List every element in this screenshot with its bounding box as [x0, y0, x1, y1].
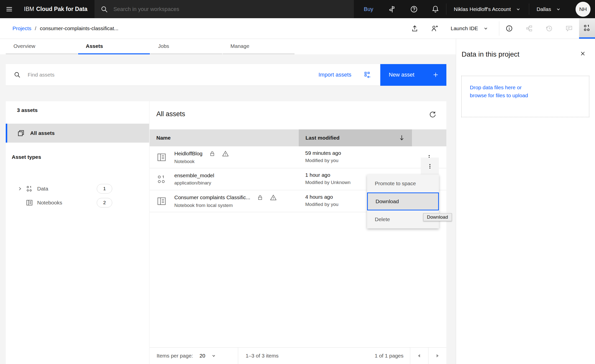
- column-header-actions: [412, 129, 446, 146]
- page-count-label: 1 of 1 pages: [375, 353, 403, 359]
- drop-zone-text-line2: browse for files to upload: [470, 91, 589, 99]
- chevron-right-icon[interactable]: [17, 185, 25, 192]
- tab-overview[interactable]: Overview: [6, 39, 78, 54]
- add-user-icon: [431, 24, 439, 32]
- region-menu[interactable]: Dallas: [529, 0, 569, 18]
- asset-name-cell: HeidloffBlog Notebook: [150, 146, 299, 168]
- help-button[interactable]: [403, 0, 425, 18]
- asset-name-link[interactable]: HeidloffBlog: [174, 151, 202, 157]
- info-icon: [505, 24, 513, 32]
- data-count-badge: 1: [97, 184, 112, 193]
- find-assets-input[interactable]: [28, 72, 318, 78]
- search-icon: [13, 71, 21, 79]
- row-overflow-menu-button-active[interactable]: [421, 158, 439, 175]
- import-assets-icon: [363, 71, 371, 79]
- global-search-input[interactable]: [113, 6, 263, 12]
- column-header-name[interactable]: Name: [150, 129, 299, 146]
- avatar[interactable]: NH: [576, 2, 591, 17]
- find-assets-bar: Import assets New asset: [6, 64, 446, 86]
- chevron-down-icon: [211, 353, 217, 359]
- new-asset-label: New asset: [389, 72, 414, 78]
- product-brand[interactable]: IBM Cloud Pak for Data: [18, 0, 95, 18]
- page-size-select[interactable]: 20: [199, 353, 217, 359]
- breadcrumb: Projects / consumer-complaints-classific…: [0, 18, 118, 39]
- close-icon[interactable]: [579, 50, 587, 57]
- sort-descending-icon: [398, 134, 405, 142]
- items-per-page: Items per page: 20: [150, 348, 238, 364]
- import-assets-button[interactable]: Import assets: [318, 71, 371, 79]
- data-icon: [26, 185, 33, 192]
- sidebar-notebooks-label: Notebooks: [37, 200, 62, 206]
- asset-name-link[interactable]: ensemble_model: [174, 173, 214, 179]
- brand-prefix: IBM: [24, 6, 34, 12]
- caret-left-icon: [416, 353, 422, 359]
- comments-button[interactable]: [559, 18, 579, 39]
- upload-icon: [411, 24, 419, 32]
- breadcrumb-projects-link[interactable]: Projects: [12, 25, 31, 31]
- hamburger-icon: [5, 5, 13, 13]
- previous-page-button[interactable]: [410, 348, 428, 364]
- chat-icon: [565, 24, 573, 32]
- app-root: IBM Cloud Pak for Data Buy: [0, 0, 595, 364]
- upload-button[interactable]: [405, 18, 425, 39]
- breadcrumb-separator: /: [35, 25, 36, 31]
- brand-name: Cloud Pak for Data: [36, 6, 88, 12]
- next-page-button[interactable]: [428, 348, 446, 364]
- tab-jobs[interactable]: Jobs: [150, 39, 222, 54]
- asset-types-heading: Asset types: [12, 154, 41, 160]
- project-tabs: Overview Assets Jobs Manage: [0, 39, 456, 54]
- sidebar-data-label: Data: [37, 186, 48, 192]
- last-modified-cell: 59 minutes ago Modified by you: [299, 146, 412, 168]
- tab-assets[interactable]: Assets: [78, 39, 150, 54]
- asset-name-cell: Consumer complaints Classific... Noteboo…: [150, 190, 299, 212]
- notebook-icon: [156, 196, 167, 206]
- overflow-menu-icon: [426, 162, 434, 170]
- global-search: [95, 0, 354, 18]
- warning-icon: [222, 150, 229, 157]
- history-button[interactable]: [539, 18, 559, 39]
- data-icon: [156, 174, 167, 184]
- menu-item-download[interactable]: Download: [367, 192, 439, 210]
- refresh-button[interactable]: [428, 111, 436, 119]
- menu-item-promote-to-space[interactable]: Promote to space: [367, 175, 439, 192]
- plus-icon: [432, 71, 439, 79]
- modified-by: Modified by you: [305, 158, 412, 163]
- items-per-page-label: Items per page:: [157, 353, 193, 359]
- modified-time: 59 minutes ago: [305, 150, 412, 156]
- pagination-status: 1–3 of 3 items 1 of 1 pages: [238, 348, 410, 364]
- wayfinder-button[interactable]: [382, 0, 403, 18]
- sidebar-item-all-assets[interactable]: All assets: [6, 124, 149, 143]
- asset-name-link[interactable]: Consumer complaints Classific...: [174, 194, 250, 200]
- lock-icon: [257, 194, 263, 201]
- tab-manage[interactable]: Manage: [223, 39, 295, 54]
- table-title: All assets: [156, 110, 185, 118]
- add-collaborator-button[interactable]: [425, 18, 445, 39]
- data-panel-toggle-button[interactable]: [579, 18, 595, 39]
- breadcrumb-current: consumer-complaints-classificat...: [40, 25, 118, 31]
- project-actions: Launch IDE: [405, 18, 595, 39]
- notifications-button[interactable]: [425, 0, 446, 18]
- sidebar-item-data[interactable]: Data 1: [6, 182, 149, 196]
- asset-subtitle: Notebook: [174, 159, 229, 164]
- pipeline-icon: [525, 24, 533, 32]
- pipeline-button[interactable]: [519, 18, 539, 39]
- project-info-button[interactable]: [499, 18, 519, 39]
- asset-subtitle: application/binary: [174, 180, 214, 186]
- download-tooltip: Download: [423, 213, 452, 221]
- item-range-label: 1–3 of 3 items: [246, 353, 279, 359]
- sidebar-item-notebooks[interactable]: Notebooks 2: [6, 196, 149, 210]
- launch-ide-label: Launch IDE: [451, 25, 478, 31]
- buy-link[interactable]: Buy: [354, 0, 382, 18]
- notebooks-count-badge: 2: [97, 198, 112, 207]
- table-row[interactable]: HeidloffBlog Notebook: [150, 146, 446, 168]
- file-drop-zone[interactable]: Drop data files here or browse for files…: [461, 76, 589, 117]
- launch-ide-button[interactable]: Launch IDE: [445, 18, 499, 39]
- new-asset-button[interactable]: New asset: [380, 64, 446, 86]
- last-modified-label: Last modified: [305, 135, 340, 141]
- all-assets-label: All assets: [30, 130, 55, 136]
- data-panel-title: Data in this project: [462, 50, 519, 58]
- column-header-last-modified[interactable]: Last modified: [299, 129, 412, 146]
- asset-count-label: 3 assets: [17, 107, 38, 113]
- hamburger-menu-button[interactable]: [0, 0, 18, 18]
- account-menu[interactable]: Niklas Heidloff's Account: [446, 0, 529, 18]
